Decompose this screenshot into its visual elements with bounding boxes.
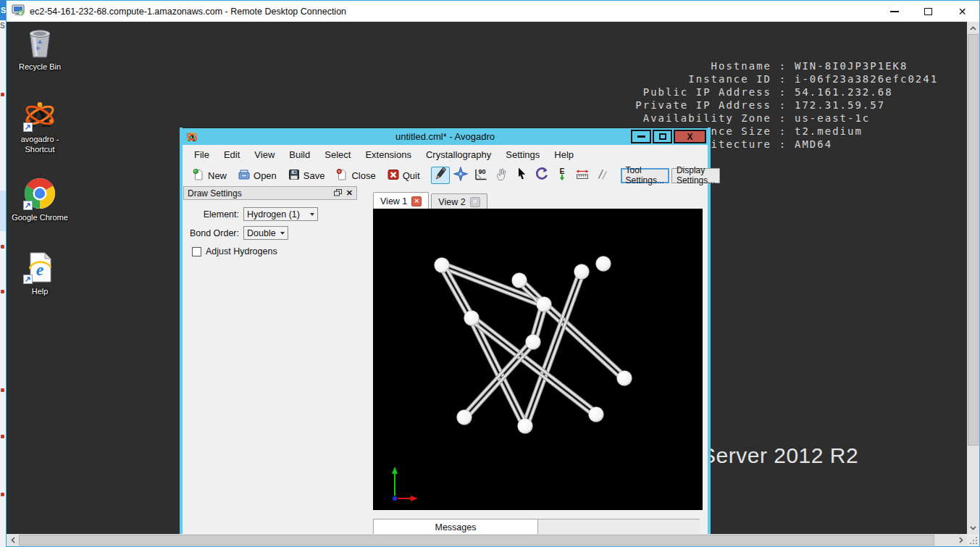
- vertical-scroll-thumb[interactable]: [968, 34, 979, 446]
- save-icon: [288, 169, 300, 183]
- molecule-viewport[interactable]: [373, 209, 703, 510]
- system-info-colon: :: [771, 112, 795, 125]
- draw-settings-header[interactable]: Draw Settings ✕: [183, 186, 357, 200]
- quit-icon: [388, 169, 399, 183]
- tool-settings-button[interactable]: Tool Settings...: [621, 168, 669, 183]
- dock-close-icon[interactable]: ✕: [346, 189, 353, 197]
- desktop-icon-avogadro-shortcut[interactable]: Aavogadro - Shortcut: [9, 99, 70, 155]
- auto-optimize-tool-button[interactable]: E: [553, 167, 571, 184]
- bond-order-dropdown[interactable]: Double: [243, 226, 288, 240]
- avogadro-maximize-button[interactable]: [653, 130, 672, 143]
- system-info-value: 172.31.59.57: [795, 99, 950, 112]
- rdp-minimize-button[interactable]: [877, 1, 911, 22]
- system-info-label: Public IP Address: [634, 85, 771, 99]
- align-tool-button[interactable]: [593, 167, 612, 184]
- background-window-mark: [1, 93, 4, 96]
- scroll-down-button[interactable]: [967, 522, 979, 534]
- horizontal-scroll-thumb[interactable]: [19, 535, 934, 546]
- element-dropdown[interactable]: Hydrogen (1): [243, 207, 318, 221]
- system-info-colon: :: [771, 72, 795, 85]
- menu-help[interactable]: Help: [547, 145, 581, 165]
- manipulate-tool-button[interactable]: [492, 167, 511, 184]
- system-info-colon: :: [771, 85, 795, 99]
- scroll-right-button[interactable]: [955, 534, 967, 546]
- view-tab-view-1[interactable]: View 1✕: [373, 192, 429, 209]
- rdp-maximize-button[interactable]: [911, 1, 945, 22]
- menu-extensions[interactable]: Extensions: [358, 145, 419, 165]
- desktop-icon-recycle-bin[interactable]: Recycle Bin: [9, 26, 70, 72]
- draw-tool-button[interactable]: [431, 167, 450, 184]
- align-tool-icon: [595, 167, 610, 184]
- atom-hydrogen[interactable]: [457, 410, 472, 425]
- axes-indicator: [392, 467, 418, 501]
- avogadro-titlebar[interactable]: A untitled.cml* - Avogadro X: [183, 128, 708, 145]
- menu-view[interactable]: View: [247, 145, 282, 165]
- menu-file[interactable]: File: [187, 145, 217, 165]
- shortcut-arrow-icon: [23, 201, 33, 210]
- system-info-colon: :: [771, 99, 795, 112]
- rdp-window: ec2-54-161-232-68.compute-1.amazonaws.co…: [6, 0, 980, 547]
- manipulate-tool-icon: [494, 167, 508, 184]
- background-window-text: S: [0, 22, 5, 30]
- display-settings-button[interactable]: Display Settings...: [671, 168, 720, 183]
- remote-desktop[interactable]: Recycle BinAavogadro - ShortcutGoogle Ch…: [7, 22, 967, 534]
- svg-text:E: E: [559, 167, 564, 175]
- view-tab-view-2[interactable]: View 2✕: [431, 193, 487, 209]
- adjust-hydrogens-checkbox[interactable]: [192, 247, 201, 256]
- measure-tool-button[interactable]: [573, 167, 592, 184]
- rdp-close-button[interactable]: ✕: [945, 1, 979, 22]
- avogadro-app-icon: A: [186, 131, 198, 143]
- atom-hydrogen[interactable]: [518, 419, 533, 434]
- navigate-tool-icon: [453, 167, 468, 184]
- new-button[interactable]: New: [187, 167, 233, 184]
- recycle-bin-icon: [23, 26, 56, 59]
- element-label: Element:: [188, 209, 239, 220]
- atom-hydrogen[interactable]: [435, 258, 450, 273]
- vertical-scrollbar[interactable]: [967, 22, 979, 534]
- background-window-mark: [1, 290, 4, 293]
- atom-hydrogen[interactable]: [574, 264, 590, 280]
- system-info-value: AMD64: [795, 138, 950, 151]
- avogadro-menubar: FileEditViewBuildSelectExtensionsCrystal…: [183, 145, 708, 165]
- desktop-icon-help[interactable]: eHelp: [9, 251, 70, 296]
- system-info-label: Private IP Address: [634, 99, 771, 112]
- scroll-up-button[interactable]: [967, 22, 979, 34]
- atom-hydrogen[interactable]: [537, 297, 552, 312]
- tab-close-icon[interactable]: ✕: [411, 196, 422, 206]
- horizontal-scrollbar[interactable]: [7, 534, 967, 546]
- menu-edit[interactable]: Edit: [217, 145, 247, 165]
- menu-settings[interactable]: Settings: [498, 145, 547, 165]
- auto-rotate-tool-button[interactable]: [532, 167, 551, 184]
- atom-hydrogen[interactable]: [617, 371, 632, 386]
- avogadro-close-button[interactable]: X: [674, 130, 706, 143]
- menu-select[interactable]: Select: [317, 145, 358, 165]
- resize-grip[interactable]: [967, 534, 979, 546]
- close-button[interactable]: Close: [330, 167, 381, 184]
- minimize-icon: [890, 11, 899, 12]
- atom-hydrogen[interactable]: [589, 407, 604, 422]
- atom-hydrogen[interactable]: [464, 311, 479, 326]
- background-window-mark: [1, 245, 4, 249]
- desktop-icon-google-chrome[interactable]: Google Chrome: [9, 177, 70, 222]
- open-button[interactable]: Open: [233, 167, 282, 184]
- selection-tool-button[interactable]: [512, 167, 531, 184]
- navigate-tool-button[interactable]: [451, 167, 470, 184]
- atom-hydrogen[interactable]: [512, 273, 527, 288]
- background-window-sliver[interactable]: S S: [0, 0, 6, 547]
- bond-centric-tool-button[interactable]: 90: [472, 167, 490, 184]
- atom-hydrogen[interactable]: [526, 335, 541, 350]
- save-button[interactable]: Save: [282, 167, 331, 184]
- system-info-colon: :: [771, 59, 795, 72]
- scroll-left-button[interactable]: [7, 534, 19, 546]
- tab-close-icon[interactable]: ✕: [470, 197, 480, 207]
- system-info-colon: :: [771, 125, 795, 138]
- atom-hydrogen[interactable]: [596, 256, 611, 272]
- menu-build[interactable]: Build: [282, 145, 317, 165]
- avogadro-minimize-button[interactable]: [631, 130, 651, 143]
- quit-button[interactable]: Quit: [382, 167, 426, 184]
- dock-float-icon[interactable]: [334, 188, 342, 199]
- menu-crystallography[interactable]: Crystallography: [419, 145, 498, 165]
- messages-tab[interactable]: Messages: [373, 519, 538, 534]
- rdp-titlebar[interactable]: ec2-54-161-232-68.compute-1.amazonaws.co…: [7, 1, 979, 22]
- avogadro-shortcut-icon: A: [23, 99, 56, 132]
